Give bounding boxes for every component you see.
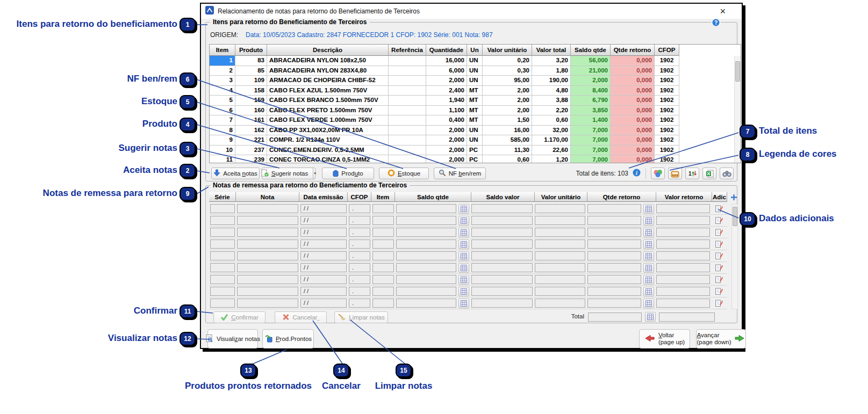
grid-calc-icon[interactable] — [458, 287, 469, 296]
table-cell[interactable]: 237 — [235, 146, 267, 156]
table-cell[interactable]: 0,000 — [611, 66, 655, 76]
nota-field[interactable] — [237, 263, 298, 272]
table-cell[interactable]: PC — [467, 146, 483, 156]
valor-unitario-field[interactable] — [535, 299, 585, 308]
grid-calc-icon[interactable] — [458, 204, 469, 214]
cfop-field[interactable]: . — [349, 251, 370, 260]
table-cell[interactable]: 2,000 — [426, 146, 467, 156]
table-cell[interactable]: 2,000 — [426, 76, 467, 86]
item-field[interactable] — [372, 251, 394, 260]
grid-calc-icon[interactable] — [643, 228, 654, 237]
table-cell[interactable]: MT — [467, 86, 483, 96]
valor-retorno-field[interactable] — [656, 299, 710, 308]
cfop-field[interactable]: . — [349, 263, 370, 272]
dados-adicionais-icon[interactable] — [712, 240, 725, 248]
table-cell[interactable] — [389, 96, 426, 106]
cfop-field[interactable]: . — [349, 204, 370, 213]
table-cell[interactable]: ARMACAO DE CHOPEIRA CHIBF-52 — [267, 76, 389, 86]
table-cell[interactable]: 2,00 — [483, 86, 532, 96]
table-cell[interactable]: 11,30 — [483, 146, 532, 156]
avancar-button[interactable]: Avançar(page down) — [696, 329, 746, 348]
table-cell[interactable]: 2,000 — [571, 76, 611, 86]
table-cell[interactable]: CABO FLEX PRETO 1.500mm 750V — [267, 106, 389, 116]
table-row[interactable]: 11239CONEC TORCAO CINZA 0,5-1MM22,000PC0… — [210, 155, 741, 163]
table-cell[interactable]: 3,88 — [532, 96, 571, 106]
table-cell[interactable]: 1,100 — [426, 106, 467, 116]
grid-calc-icon[interactable] — [458, 239, 469, 249]
table-cell[interactable]: 1902 — [655, 155, 679, 163]
aceita-notas-button[interactable]: Aceita notas — [211, 168, 260, 179]
table-cell[interactable]: 7,000 — [571, 126, 611, 136]
saldo-qtde-field[interactable] — [396, 216, 456, 225]
serie-field[interactable] — [210, 299, 235, 308]
table-cell[interactable]: 1,20 — [532, 155, 571, 163]
item-field[interactable] — [372, 263, 394, 272]
table-cell[interactable]: 5 — [210, 96, 235, 106]
table-cell[interactable]: PC — [467, 155, 483, 163]
table-cell[interactable]: 1,50 — [483, 115, 532, 126]
nota-field[interactable] — [237, 228, 298, 237]
grid-calc-icon[interactable] — [458, 216, 469, 226]
grid-calc-icon[interactable] — [458, 275, 469, 285]
table-cell[interactable]: 0,400 — [426, 115, 467, 126]
column-header[interactable]: CFOP — [348, 192, 371, 202]
table-cell[interactable]: 0,000 — [611, 76, 655, 86]
saldo-valor-field[interactable] — [471, 263, 533, 272]
table-cell[interactable]: 1,80 — [532, 66, 571, 76]
cfop-field[interactable]: . — [349, 287, 370, 296]
table-cell[interactable]: 0,000 — [611, 96, 655, 106]
table-cell[interactable]: UN — [467, 135, 483, 146]
table-cell[interactable]: CONEC TORCAO CINZA 0,5-1MM2 — [267, 155, 389, 163]
table-row[interactable]: 183ABRACADEIRA NYLON 108x2,5016,000UN0,2… — [210, 56, 741, 66]
data-emissao-field[interactable]: / / — [300, 275, 347, 284]
table-cell[interactable]: 83 — [235, 56, 267, 66]
notas-row[interactable]: / /. — [209, 250, 727, 262]
prod-prontos-button[interactable]: Prod.Prontos — [262, 329, 314, 348]
qtde-retorno-field[interactable] — [587, 204, 641, 213]
dados-adicionais-icon[interactable] — [712, 205, 725, 213]
table-cell[interactable]: 2,000 — [426, 155, 467, 163]
data-emissao-field[interactable]: / / — [300, 228, 347, 237]
table-cell[interactable]: 2,400 — [426, 86, 467, 96]
title-bar[interactable]: Relacionamento de notas para retorno do … — [201, 4, 742, 19]
table-row[interactable]: 3109ARMACAO DE CHOPEIRA CHIBF-522,000UN9… — [210, 76, 741, 86]
table-cell[interactable]: 85 — [235, 66, 267, 76]
table-cell[interactable]: 2 — [210, 66, 235, 76]
data-emissao-field[interactable]: / / — [300, 287, 347, 296]
itens-grid[interactable]: ItemProdutoDescriçãoReferênciaQuantidade… — [209, 44, 741, 163]
saldo-valor-field[interactable] — [471, 251, 533, 260]
itens-grid-scrollbar[interactable] — [734, 56, 741, 163]
dados-adicionais-icon[interactable] — [712, 275, 725, 284]
table-cell[interactable]: 1902 — [655, 86, 679, 96]
table-cell[interactable] — [389, 106, 426, 116]
notas-row[interactable]: / /. — [209, 215, 727, 227]
table-cell[interactable]: COMPR. 1/2 R134a 110V — [267, 135, 389, 146]
column-header[interactable]: CFOP — [655, 45, 679, 56]
qtde-retorno-field[interactable] — [587, 216, 641, 225]
notas-grid-scrollbar[interactable] — [731, 204, 738, 309]
table-cell[interactable] — [389, 115, 426, 126]
column-header[interactable]: Série — [209, 192, 236, 202]
binoculars-icon[interactable] — [720, 168, 734, 179]
column-header[interactable]: Saldo qtde — [571, 45, 611, 56]
valor-unitario-field[interactable] — [535, 239, 585, 249]
serie-field[interactable] — [210, 228, 235, 237]
excel-export-icon[interactable] — [702, 168, 716, 179]
grid-calc-icon[interactable] — [645, 312, 656, 322]
calculator-icon[interactable] — [668, 168, 682, 179]
add-row-plus-icon[interactable] — [729, 192, 738, 202]
table-cell[interactable] — [389, 126, 426, 136]
qtde-retorno-field[interactable] — [587, 251, 641, 260]
data-emissao-field[interactable]: / / — [300, 216, 347, 225]
table-cell[interactable]: 1902 — [655, 56, 679, 66]
item-field[interactable] — [372, 216, 394, 225]
column-header[interactable]: Item — [371, 192, 395, 202]
grid-calc-icon[interactable] — [458, 263, 469, 273]
saldo-qtde-field[interactable] — [396, 251, 456, 260]
column-header[interactable]: Quantidade — [426, 45, 467, 56]
column-header[interactable]: Adic — [712, 192, 727, 202]
grid-calc-icon[interactable] — [643, 251, 654, 261]
table-cell[interactable]: CABO PP 3X1,00X2,00M PR 10A — [267, 126, 389, 136]
table-row[interactable]: 10237CONEC.EMEN.DERIV. 0,5-2,5MM2,000PC1… — [210, 146, 741, 156]
produto-button[interactable]: Produto — [322, 168, 374, 179]
